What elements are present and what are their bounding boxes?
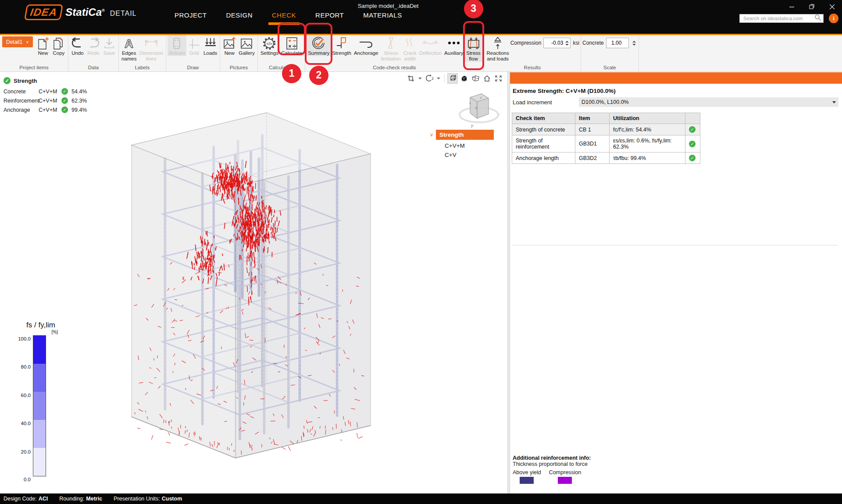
tree-item-cvm[interactable]: C+V+M — [430, 140, 494, 149]
compression-input-box — [543, 38, 571, 48]
edges-names-button[interactable]: A Edges names — [120, 35, 138, 62]
save-icon — [103, 36, 115, 50]
result-tree: ∨ Strength C+V+M C+V — [430, 130, 494, 158]
deflection-button[interactable]: Deflection — [418, 35, 443, 56]
crack-width-icon — [404, 36, 416, 50]
solid-cube-icon — [460, 75, 468, 82]
undo-button[interactable]: Undo — [70, 35, 86, 56]
copy-project-item-button[interactable]: Copy — [51, 35, 67, 56]
calculate-button[interactable]: Calculate 1 — [280, 35, 303, 56]
grid-button[interactable]: Grid — [186, 35, 202, 56]
chevron-down-icon[interactable]: ∨ — [430, 132, 433, 138]
settings-button[interactable]: </> Settings — [259, 35, 280, 56]
reactions-icon — [492, 36, 504, 50]
table-row[interactable]: Anchorage length GB3D2 τb/fbu: 99.4% — [512, 153, 700, 164]
strength-button[interactable]: Strength — [331, 35, 352, 56]
ribbon: Detail1 ∨ New Copy Project items — [0, 35, 842, 72]
tree-item-strength[interactable]: Strength — [436, 130, 494, 140]
spinner-icon[interactable] — [631, 41, 637, 46]
navigation-cube[interactable]: z y x y — [456, 87, 502, 131]
group-scale: Concrete Scale — [581, 35, 639, 71]
search-icon[interactable] — [814, 14, 823, 23]
letter-a-icon: A — [123, 36, 135, 50]
panel-header-bar — [510, 72, 842, 84]
dimension-lines-button[interactable]: Dimension lines — [138, 35, 164, 62]
info-icon[interactable]: i — [829, 14, 838, 23]
restore-icon — [809, 4, 814, 9]
crop-view-button[interactable] — [406, 73, 416, 84]
anchorage-button[interactable]: Anchorage — [353, 35, 380, 56]
svg-text:y: y — [471, 123, 474, 128]
chevron-down-icon[interactable] — [418, 78, 422, 79]
group-results: Reactions and loads Compression ksi Resu… — [484, 35, 582, 71]
group-draw: Rebars Grid Loads Draw — [166, 35, 220, 71]
load-increment-dropdown[interactable]: D100.0%, L100.0% — [579, 97, 838, 107]
tab-project[interactable]: PROJECT — [175, 11, 207, 25]
chevron-down-icon[interactable] — [437, 78, 440, 79]
loads-button[interactable]: Loads — [202, 35, 218, 56]
group-labels: A Edges names Dimension lines Labels — [119, 35, 166, 71]
rounding-status: Rounding:Metric — [59, 496, 102, 502]
spinner-icon[interactable] — [564, 41, 570, 46]
table-header-row: Check item Item Utilization — [512, 113, 700, 124]
tab-report[interactable]: REPORT — [315, 11, 344, 25]
tab-check[interactable]: CHECK — [272, 11, 296, 25]
strength-icon — [335, 36, 348, 50]
zoom-fit-button[interactable] — [493, 73, 503, 84]
dimension-lines-icon — [144, 36, 159, 50]
loads-icon — [204, 36, 217, 50]
legend-ticks: 100.0 80.0 60.0 40.0 20.0 0.0 — [0, 322, 31, 471]
table-row[interactable]: Strength of reinforcement GB3D1 εs/εs,li… — [512, 135, 700, 153]
group-label: Calculation — [259, 64, 304, 71]
crack-width-button[interactable]: Crack width — [402, 35, 418, 62]
project-item-combo[interactable]: Detail1 ∨ — [2, 36, 33, 47]
tree-item-cv[interactable]: C+V — [430, 149, 494, 158]
wireframe-view-button[interactable] — [447, 73, 458, 84]
rebars-button[interactable]: Rebars — [168, 35, 186, 56]
new-project-item-button[interactable]: New — [35, 35, 51, 56]
grid-icon — [188, 36, 200, 50]
search-input[interactable] — [740, 16, 814, 21]
svg-text:2: 2 — [432, 76, 434, 81]
redo-icon — [87, 36, 100, 50]
auxiliary-button[interactable]: Auxiliary — [443, 35, 464, 56]
group-label: Code-check results — [307, 64, 482, 71]
group-pictures: New Gallery Pictures — [220, 35, 257, 71]
concrete-scale-input-box — [606, 38, 629, 48]
panel-divider-line — [512, 245, 838, 245]
save-button[interactable]: Save — [101, 35, 117, 56]
stress-flow-button[interactable]: Stress flow 3 — [465, 35, 482, 62]
nav-cube-body: z y x — [469, 94, 489, 118]
compression-input[interactable] — [544, 40, 564, 46]
additional-info-title: Additional reinforcement info: — [513, 455, 591, 461]
additional-reinforcement-info: Additional reinforcement info: Thickness… — [513, 455, 591, 484]
group-calculation: </> Settings Calculate 1 Calculation — [258, 35, 306, 71]
maximize-button[interactable] — [802, 0, 822, 13]
reactions-and-loads-button[interactable]: Reactions and loads — [485, 35, 510, 62]
ribbon-spacer — [639, 35, 842, 71]
check-pass-icon — [689, 126, 696, 133]
title-bar: IDEA StatiCa® DETAIL Sample model_.ideaD… — [0, 0, 842, 34]
stress-limitation-button[interactable]: Stress limitation — [380, 35, 402, 62]
home-view-button[interactable] — [482, 73, 492, 84]
summary-row-reinforcement: Reinforcement C+V+M 62.3% — [4, 96, 87, 105]
table-row[interactable]: Strength of concrete CB 1 fc/f'c,lim: 54… — [512, 124, 700, 135]
summary-button[interactable]: Summary 2 — [307, 35, 331, 56]
rotate-view-button[interactable]: 2 — [424, 73, 435, 84]
section-view-button[interactable] — [470, 73, 481, 84]
concrete-scale-input[interactable] — [607, 40, 627, 46]
minimize-button[interactable] — [781, 0, 802, 13]
concrete-scale-row: Concrete — [582, 38, 637, 48]
copy-icon — [53, 36, 65, 50]
check-pass-icon — [4, 77, 11, 84]
gallery-button[interactable]: Gallery — [237, 35, 256, 56]
close-button[interactable] — [822, 0, 842, 13]
group-label: Results — [485, 64, 580, 71]
stress-flow-icon — [466, 36, 481, 50]
compression-unit: ksi — [573, 40, 579, 46]
solid-view-button[interactable] — [459, 73, 469, 84]
redo-button[interactable]: Redo — [86, 35, 101, 56]
tab-design[interactable]: DESIGN — [226, 11, 253, 25]
tab-materials[interactable]: MATERIALS — [363, 11, 402, 25]
new-picture-button[interactable]: New — [221, 35, 237, 56]
